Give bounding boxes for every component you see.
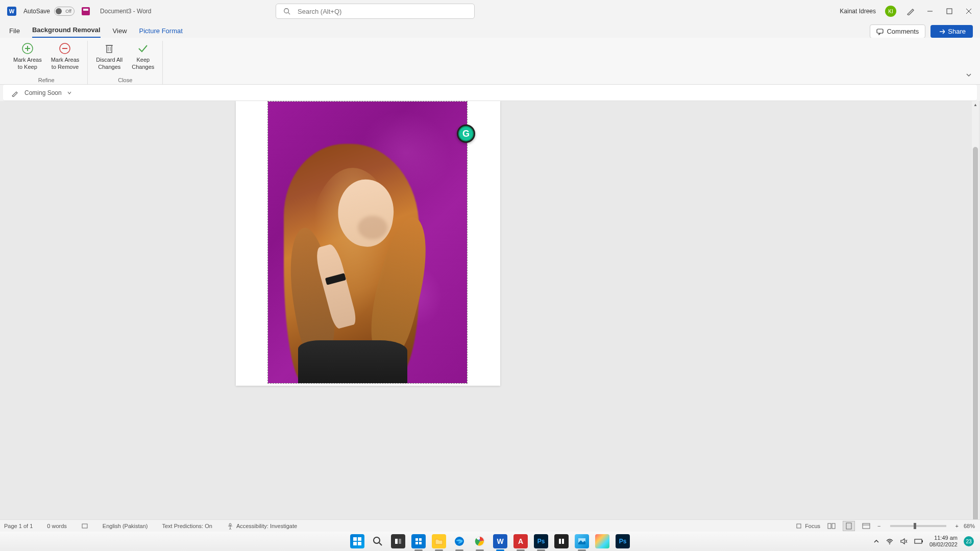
save-icon[interactable] (82, 7, 90, 15)
clock[interactable]: 11:49 am 08/02/2022 (929, 535, 958, 548)
svg-rect-3 (947, 9, 952, 14)
accessibility-status[interactable]: Accessibility: Investigate (227, 522, 297, 530)
svg-rect-32 (415, 538, 418, 541)
svg-rect-12 (107, 45, 112, 53)
page-count[interactable]: Page 1 of 1 (4, 523, 33, 529)
start-button[interactable] (350, 534, 364, 548)
file-explorer-icon[interactable] (432, 534, 446, 548)
comments-button[interactable]: Comments (870, 24, 925, 38)
battery-icon[interactable] (914, 538, 923, 544)
svg-rect-27 (358, 542, 361, 545)
task-view-icon[interactable] (391, 534, 405, 548)
ribbon-tabs: File Background Removal View Picture For… (0, 22, 980, 38)
chevron-down-icon[interactable] (67, 90, 72, 95)
autosave-toggle[interactable]: Off (54, 7, 75, 16)
svg-point-17 (229, 523, 231, 525)
chevron-up-icon[interactable] (873, 538, 879, 544)
svg-rect-20 (832, 523, 835, 529)
tab-background-removal[interactable]: Background Removal (32, 26, 101, 38)
print-layout-button[interactable] (843, 521, 855, 531)
discard-changes-button[interactable]: Discard All Changes (93, 41, 126, 77)
refine-group-label: Refine (38, 77, 55, 84)
svg-rect-26 (353, 542, 357, 545)
web-layout-button[interactable] (860, 521, 872, 531)
wifi-icon[interactable] (886, 538, 894, 545)
mark-areas-remove-button[interactable]: Mark Areas to Remove (48, 41, 83, 77)
creative-cloud-icon[interactable] (595, 534, 609, 548)
edge-icon[interactable] (452, 534, 467, 548)
comment-icon (876, 28, 884, 35)
date-label: 08/02/2022 (929, 541, 958, 548)
user-avatar[interactable]: KI (885, 6, 896, 17)
scroll-up-arrow[interactable]: ▲ (973, 101, 978, 108)
share-label: Share (948, 28, 966, 35)
pencil-plus-icon (20, 42, 35, 55)
svg-rect-33 (419, 538, 422, 541)
zoom-out-button[interactable]: − (877, 523, 880, 529)
word-taskbar-icon[interactable]: W (493, 534, 507, 548)
photoshop-icon[interactable]: Ps (534, 534, 548, 548)
search-box[interactable] (276, 4, 475, 19)
text-predictions-status[interactable]: Text Predictions: On (162, 523, 212, 529)
ribbon-group-refine: Mark Areas to Keep Mark Areas to Remove … (5, 41, 88, 84)
svg-rect-31 (399, 539, 401, 544)
language-status[interactable]: English (Pakistan) (103, 523, 148, 529)
trash-icon (102, 42, 117, 55)
maximize-button[interactable] (944, 6, 954, 16)
mark-keep-label: Mark Areas to Keep (13, 56, 42, 71)
zoom-in-button[interactable]: + (955, 523, 959, 529)
spellcheck-icon[interactable] (81, 522, 88, 530)
share-button[interactable]: Share (930, 25, 973, 38)
svg-rect-30 (395, 539, 398, 544)
document-title: Document3 - Word (100, 8, 151, 15)
windows-taskbar: W A Ps Ps 11:49 am 08/02/2022 23 (0, 532, 980, 551)
acrobat-icon[interactable]: A (513, 534, 528, 548)
widgets-icon[interactable] (411, 534, 426, 548)
focus-mode-button[interactable]: Focus (795, 522, 820, 530)
tab-view[interactable]: View (113, 27, 127, 38)
mark-areas-keep-button[interactable]: Mark Areas to Keep (10, 41, 45, 77)
volume-icon[interactable] (900, 538, 908, 545)
svg-rect-34 (415, 542, 418, 544)
ribbon: Mark Areas to Keep Mark Areas to Remove … (0, 38, 980, 85)
svg-rect-21 (846, 523, 851, 529)
grammarly-badge[interactable]: G (457, 124, 475, 143)
ribbon-collapse-button[interactable] (966, 71, 972, 80)
pen-icon[interactable] (905, 6, 916, 16)
pencil-minus-icon (57, 42, 72, 55)
photos-icon[interactable] (575, 534, 589, 548)
zoom-level[interactable]: 68% (964, 523, 975, 529)
autosave-label: AutoSave (23, 8, 50, 15)
photoshop-icon-2[interactable]: Ps (616, 534, 630, 548)
autosave-state: Off (65, 9, 71, 14)
read-mode-button[interactable] (825, 521, 838, 531)
status-bar: Page 1 of 1 0 words English (Pakistan) T… (0, 519, 980, 532)
zoom-slider[interactable] (890, 525, 946, 527)
pen-tool-icon[interactable] (11, 89, 19, 97)
coming-soon-label: Coming Soon (24, 89, 62, 96)
scroll-thumb[interactable] (973, 147, 978, 528)
search-icon (283, 8, 290, 15)
svg-rect-45 (915, 539, 922, 543)
svg-rect-35 (419, 542, 422, 544)
chrome-icon[interactable] (473, 534, 487, 548)
svg-rect-18 (797, 524, 801, 528)
notification-badge[interactable]: 23 (964, 536, 974, 546)
search-input[interactable] (298, 8, 467, 15)
tab-picture-format[interactable]: Picture Format (139, 27, 183, 38)
vertical-scrollbar[interactable]: ▲ (972, 101, 979, 532)
tab-file[interactable]: File (9, 27, 20, 38)
app-icon-dark[interactable] (554, 534, 569, 548)
picture-selection[interactable] (267, 101, 468, 384)
picture-content (268, 102, 467, 383)
focus-icon (795, 522, 802, 530)
svg-rect-24 (353, 537, 357, 541)
keep-changes-button[interactable]: Keep Changes (129, 41, 157, 77)
svg-rect-40 (562, 539, 564, 544)
word-count[interactable]: 0 words (47, 523, 67, 529)
check-icon (135, 42, 151, 55)
search-taskbar-icon[interactable] (371, 534, 385, 548)
svg-point-0 (284, 9, 289, 13)
minimize-button[interactable] (925, 6, 935, 16)
close-button[interactable] (964, 6, 974, 16)
